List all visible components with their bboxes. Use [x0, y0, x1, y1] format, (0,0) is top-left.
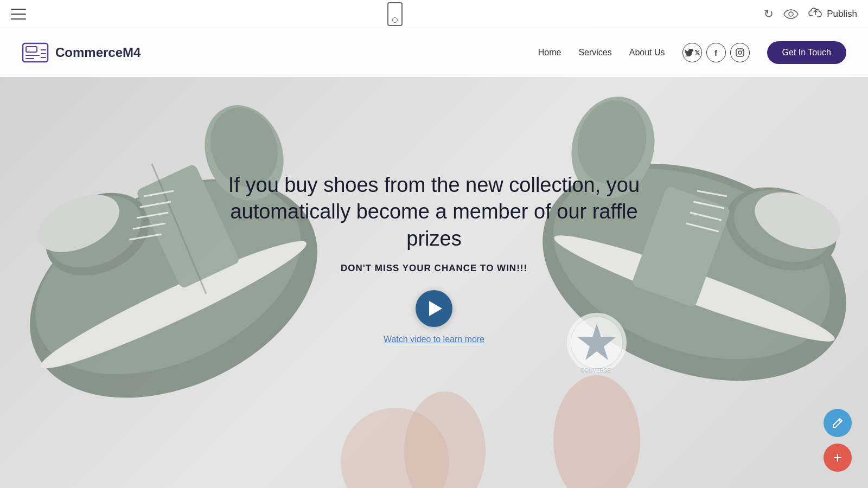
- svg-point-0: [789, 12, 793, 16]
- svg-text:CONVERSE: CONVERSE: [580, 368, 611, 374]
- plus-icon: +: [833, 449, 842, 466]
- editor-toolbar-right: ↺ Publish: [764, 7, 857, 21]
- svg-rect-43: [736, 49, 744, 56]
- nav-services[interactable]: Services: [578, 48, 611, 57]
- social-icons-group: 𝕏 f: [682, 43, 750, 62]
- website-preview: CONVERSE: [0, 28, 868, 488]
- svg-rect-37: [26, 47, 37, 52]
- editor-toolbar-left: [11, 9, 26, 20]
- video-play-wrapper: Watch video to learn more: [228, 290, 640, 344]
- hero-section: CONVERSE: [0, 28, 868, 488]
- fab-add-button[interactable]: +: [824, 444, 852, 472]
- get-in-touch-button[interactable]: Get In Touch: [767, 41, 846, 64]
- preview-eye-icon[interactable]: [783, 9, 799, 19]
- publish-label: Publish: [827, 9, 857, 20]
- play-video-button[interactable]: [416, 290, 452, 327]
- logo-icon: [22, 39, 49, 66]
- svg-point-45: [742, 50, 743, 51]
- site-nav-links: Home Services About Us 𝕏 f: [538, 41, 846, 64]
- hero-subheadline: DON'T MISS YOUR CHANCE TO WIN!!!: [228, 263, 640, 274]
- hero-headline: If you buy shoes from the new collection…: [228, 172, 640, 252]
- nav-home[interactable]: Home: [538, 48, 561, 57]
- fab-edit-button[interactable]: [824, 409, 852, 437]
- mobile-preview-icon[interactable]: [387, 2, 403, 26]
- play-triangle-icon: [429, 301, 442, 316]
- hamburger-menu-icon[interactable]: [11, 9, 26, 20]
- site-logo: CommerceM4: [22, 39, 141, 66]
- editor-toolbar-center: [387, 2, 403, 26]
- publish-button[interactable]: Publish: [808, 7, 857, 21]
- twitter-social-icon[interactable]: 𝕏: [682, 43, 702, 62]
- svg-point-33: [553, 375, 640, 488]
- editor-toolbar: ↺ Publish: [0, 0, 868, 28]
- fab-container: +: [824, 409, 852, 472]
- site-navigation: CommerceM4 Home Services About Us 𝕏 f: [0, 28, 868, 77]
- cloud-upload-icon: [808, 7, 822, 21]
- undo-icon[interactable]: ↺: [764, 7, 774, 21]
- facebook-social-icon[interactable]: f: [706, 43, 726, 62]
- site-title: CommerceM4: [55, 45, 141, 60]
- watch-video-label[interactable]: Watch video to learn more: [384, 335, 484, 344]
- hero-content: If you buy shoes from the new collection…: [217, 161, 651, 355]
- instagram-social-icon[interactable]: [730, 43, 750, 62]
- nav-about-us[interactable]: About Us: [629, 48, 665, 57]
- svg-point-44: [738, 51, 742, 54]
